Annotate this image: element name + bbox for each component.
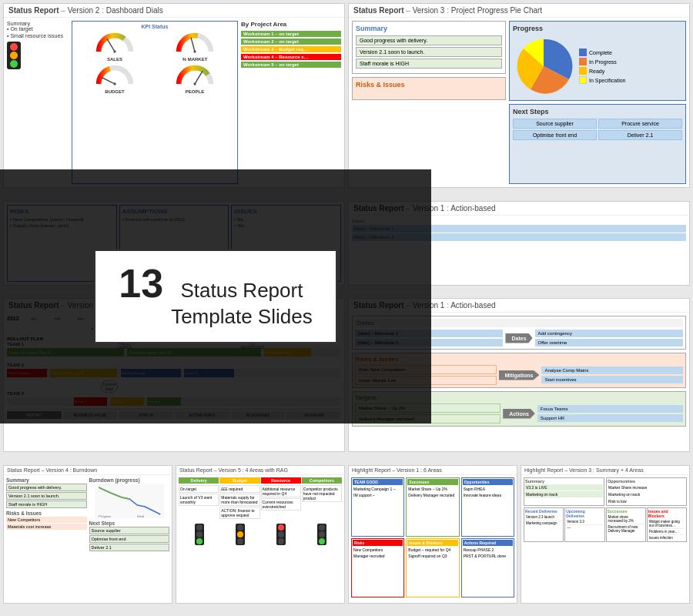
svg-rect-8	[95, 484, 164, 518]
v3-risks-box: Risks & Issues	[352, 77, 506, 100]
v4-risk-0: New Competitors	[6, 517, 87, 523]
tl-amber	[10, 52, 18, 59]
hl3-col2-title: Successes	[608, 509, 644, 514]
hl3-col3-i1: Problems in year…	[648, 529, 685, 535]
v4-risk-1: Materials cost increase	[6, 524, 87, 530]
hl3-col3-i2: Issues infection	[648, 535, 685, 541]
ns-item-3: Deliver 2.1	[598, 130, 682, 140]
ns-grid: Source supplier Procure service Optimise…	[513, 119, 682, 140]
rag-b1: Materials supply far more than forecaste…	[219, 494, 259, 506]
hl1-sec4-item1: Signoff required on Q3	[407, 553, 457, 559]
rag-competitors-items: Competitor products have not impacted pr…	[302, 485, 342, 519]
summary-heading: Summary	[7, 21, 69, 26]
legend-ready: Ready	[579, 67, 625, 75]
legend-color-complete	[579, 49, 587, 56]
v4-summary-0: Good progress with delivery.	[6, 484, 87, 491]
mitigations-right: Analyse Comp Matrix Start incentives	[541, 367, 683, 383]
legend-complete: Complete	[579, 49, 625, 56]
action-1: Support HR	[537, 414, 683, 422]
hl3-col2: Successes Market share increased by 2% R…	[606, 507, 646, 542]
ns-item-2: Optimise front end	[513, 130, 597, 140]
v4-risks-section: Risks & Issues New Competitors Materials…	[6, 511, 87, 530]
v2-content: Summary • On target • Small resource iss…	[4, 18, 344, 187]
hl3-col0-i0: Version 2.3 launch	[525, 514, 562, 521]
hl3-sum1: Marketing on track	[525, 491, 603, 497]
next-steps-title: Next Steps	[513, 108, 682, 116]
hl3-col0: Recent Deliveries Version 2.3 launch Mar…	[524, 507, 564, 542]
promo-line2: Template Slides	[171, 304, 313, 330]
kpi-title: KPI Status	[75, 24, 235, 29]
hl1-sec0-item0: Marketing Campaign 1 –	[353, 486, 403, 492]
slide-v3: Status Report – Version 3 : Project Prog…	[348, 3, 690, 188]
slide-v4-small: Status Report – Version 4 : Burndown Sum…	[3, 465, 172, 604]
v3-left: Summary Good progress with delivery. Ver…	[352, 21, 506, 184]
slide-v2-title: Status Report – Version 2 : Dashboard Di…	[4, 4, 344, 18]
v3-summary-title: Summary	[356, 25, 502, 32]
dial-sales-label: SALES	[107, 57, 122, 62]
svg-point-5	[113, 82, 116, 85]
summary-item-0: Good progress with delivery.	[356, 35, 502, 45]
svg-line-2	[191, 38, 195, 52]
hl1-sec2-item1: Innovate feature ideas	[463, 492, 513, 498]
v4-content: Summary Good progress with delivery. Ver…	[4, 475, 172, 600]
legend-inprogress: In Progress	[579, 58, 625, 65]
hl1-sec3-title: Risks	[353, 540, 403, 546]
safeguard-1: Offer overtime	[535, 339, 683, 346]
v3-risks-title: Risks & Issues	[356, 81, 502, 89]
v3-risks-placeholder	[356, 92, 502, 96]
hl1-sec4: Issues & Blockers Budget – required for …	[406, 538, 459, 598]
dial-market-label: % MARKET	[182, 57, 208, 62]
ws-bar-4: Workstream 4 – Resource s…	[241, 54, 341, 60]
rag-budget-header: Budget	[219, 477, 259, 484]
hl1-sec0: TEAM GOOD Marketing Campaign 1 – IM supp…	[351, 477, 404, 537]
rag-budget-items: £££ required Materials supply far more t…	[219, 485, 259, 519]
promo-number: 13	[119, 263, 163, 303]
hl3-top-row: Summary V3.2 is LIVE Marketing on track …	[524, 477, 687, 506]
rag-r1: Current resources overstretched	[261, 498, 301, 511]
actions-right: Focus Teams Support HR	[537, 405, 683, 422]
v5-content: Delivery Budget Resource Competitors On …	[176, 475, 344, 600]
summary-item-1: Version 2.1 soon to launch.	[356, 47, 502, 57]
v4-summary-2: Staff morale is HIGH	[6, 500, 87, 508]
summary-item-1: • On target	[7, 26, 69, 32]
v3-summary-box: Summary Good progress with delivery. Ver…	[352, 21, 506, 74]
hl3-col3-i0: Widget maker going out of business…	[648, 519, 685, 529]
legend-color-ready	[579, 67, 587, 75]
hl1-sec2-title: Opportunities	[463, 479, 513, 485]
tl-green	[10, 60, 18, 68]
next-steps-box: Next Steps Source supplier Procure servi…	[509, 104, 686, 184]
rag-b2: ACTION: finance to approve request	[219, 507, 259, 519]
hl1-sec4-title: Issues & Blockers	[407, 540, 457, 546]
hl1-sec4-item0: Budget – required for Q4	[407, 547, 457, 553]
svg-point-3	[193, 50, 196, 52]
v4-burndown-title: Burndown (progress)	[89, 477, 170, 483]
hl3-small-title: Highlight Report – Version 3 : Summary +…	[521, 466, 689, 475]
v2-by-project: By Project Area Workstream 1 – on target…	[241, 21, 341, 184]
action-0: Focus Teams	[537, 405, 683, 413]
ws5-label: Workstream 5 – on target	[241, 62, 341, 68]
hl3-col2-i1: Recruitment of new Delivery Manager	[608, 524, 644, 534]
promo-box: 13 Status Report Template Slides	[94, 249, 336, 344]
svg-line-0	[107, 38, 115, 52]
rag-r0: Additional resource required in Q4	[261, 485, 301, 497]
v3-content: Summary Good progress with delivery. Ver…	[349, 18, 689, 187]
mitigations-arrow: Mitigations	[499, 370, 540, 380]
traffic-light	[7, 42, 21, 69]
progress-title: Progress	[513, 25, 682, 32]
hl3-col3: Issues and Blockers Widget maker going o…	[647, 507, 687, 542]
v3-right: Progress	[509, 21, 686, 184]
hl1-sec0-title: TEAM GOOD	[353, 479, 403, 485]
mitigation-1: Start incentives	[541, 376, 683, 383]
hl3-summary-title: Summary	[525, 479, 603, 484]
summary-item-2: • Small resource issues	[7, 33, 69, 38]
tl-competitors	[317, 524, 326, 545]
slide-v5-small: Status Report – Version 5 : 4 Areas with…	[176, 465, 345, 604]
dial-sales: SALES	[95, 32, 134, 62]
hl3-opp2: Risk is low	[608, 498, 685, 504]
slide-hl1-small: Highlight Report – Version 1 : 6 Areas T…	[348, 465, 517, 604]
rag-headers: Delivery Budget Resource Competitors	[179, 477, 342, 484]
tl-delivery	[195, 524, 204, 545]
dial-budget: BUDGET	[95, 65, 134, 94]
v4-ns-2: Deliver 2.1	[89, 544, 170, 551]
v4-summary-1: Version 2.1 soon to launch.	[6, 492, 87, 500]
